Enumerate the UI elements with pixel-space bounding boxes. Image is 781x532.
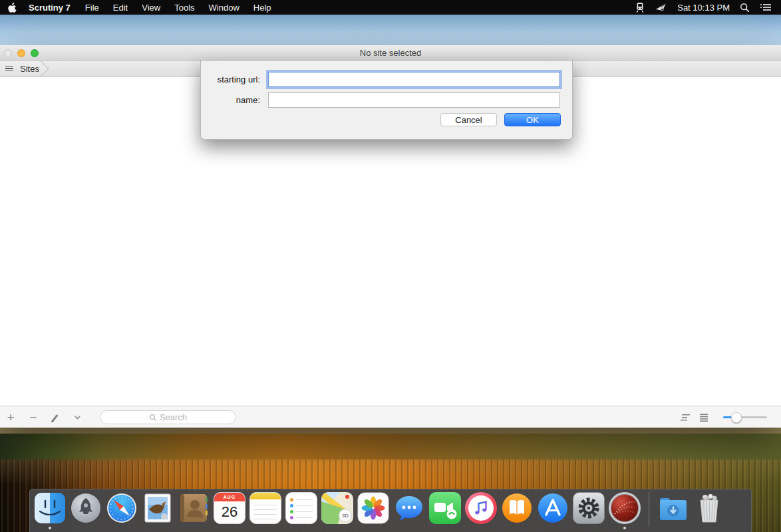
menu-tools[interactable]: Tools	[174, 3, 194, 13]
menu-help[interactable]: Help	[253, 3, 271, 13]
app-store-icon[interactable]	[537, 492, 569, 524]
window-title: No site selected	[0, 45, 781, 61]
edit-pencil-icon[interactable]	[47, 406, 63, 428]
trash-full-icon[interactable]	[693, 492, 725, 524]
calendar-month: AUG	[214, 493, 245, 501]
finder-icon[interactable]	[34, 492, 66, 524]
starting-url-field[interactable]	[268, 72, 560, 87]
close-button[interactable]	[4, 49, 12, 57]
zoom-button[interactable]	[31, 49, 39, 57]
facetime-icon[interactable]	[429, 492, 461, 524]
running-indicator	[623, 527, 626, 529]
apple-logo-icon	[8, 3, 17, 13]
wallpaper-sky	[0, 15, 781, 45]
downloads-folder-icon[interactable]	[657, 492, 689, 524]
menu-window[interactable]: Window	[209, 3, 239, 13]
site-list-menu-icon[interactable]	[4, 65, 15, 73]
starting-url-label: starting url:	[201, 72, 260, 87]
row-size-large-icon[interactable]	[681, 406, 691, 428]
ok-button[interactable]: OK	[504, 113, 561, 126]
minimize-button[interactable]	[17, 49, 25, 57]
breadcrumb-label: Sites	[20, 64, 39, 74]
wallpaper-shoreline	[0, 428, 781, 460]
launchpad-icon[interactable]	[70, 492, 102, 524]
zoom-slider-knob[interactable]	[731, 412, 742, 423]
menu-edit[interactable]: Edit	[113, 3, 128, 13]
bottom-toolbar: + − Search	[0, 406, 781, 428]
calendar-icon[interactable]: AUG 26	[214, 492, 245, 524]
notes-icon[interactable]	[249, 492, 281, 524]
menu-view[interactable]: View	[142, 3, 160, 13]
photos-icon[interactable]	[357, 492, 389, 524]
chevron-down-icon[interactable]	[69, 406, 85, 428]
menu-file[interactable]: File	[85, 3, 99, 13]
notification-center-icon[interactable]	[760, 3, 772, 12]
name-field[interactable]	[268, 92, 560, 108]
system-preferences-icon[interactable]	[573, 492, 605, 524]
hang-glider-icon[interactable]	[655, 2, 667, 13]
title-bar[interactable]: No site selected	[0, 45, 781, 61]
train-icon[interactable]	[635, 2, 645, 13]
remove-button[interactable]: −	[25, 406, 41, 428]
ibooks-icon[interactable]	[501, 492, 533, 524]
reminders-icon[interactable]	[285, 492, 317, 524]
search-input[interactable]: Search	[100, 410, 236, 424]
breadcrumb-sites[interactable]: Sites	[0, 61, 41, 76]
desktop: Scrutiny 7 File Edit View Tools Window H…	[0, 0, 781, 532]
menu-bar-clock[interactable]: Sat 10:13 PM	[677, 3, 730, 13]
running-indicator	[49, 527, 51, 529]
dock-separator	[649, 492, 649, 527]
contacts-icon[interactable]	[178, 492, 210, 524]
apple-menu[interactable]	[8, 3, 17, 13]
search-icon	[149, 414, 157, 422]
calendar-day: 26	[214, 501, 245, 523]
zoom-slider[interactable]	[723, 416, 767, 418]
search-placeholder: Search	[160, 412, 187, 422]
cancel-button[interactable]: Cancel	[440, 113, 497, 126]
safari-icon[interactable]	[106, 492, 138, 524]
name-label: name:	[201, 92, 260, 108]
active-app-name[interactable]: Scrutiny 7	[29, 3, 71, 13]
mail-icon[interactable]	[142, 492, 174, 524]
new-site-sheet: starting url: name: Cancel OK	[200, 61, 573, 140]
itunes-icon[interactable]	[465, 492, 497, 524]
spotlight-search-icon[interactable]	[740, 3, 750, 13]
dock: AUG 26 3D	[29, 489, 752, 532]
add-button[interactable]: +	[3, 406, 19, 428]
maps-3d-badge: 3D	[339, 509, 352, 522]
menu-bar: Scrutiny 7 File Edit View Tools Window H…	[0, 0, 781, 15]
messages-icon[interactable]	[393, 492, 425, 524]
row-size-small-icon[interactable]	[700, 406, 708, 428]
scrutiny-icon[interactable]	[609, 492, 641, 524]
maps-icon[interactable]: 3D	[321, 492, 353, 524]
